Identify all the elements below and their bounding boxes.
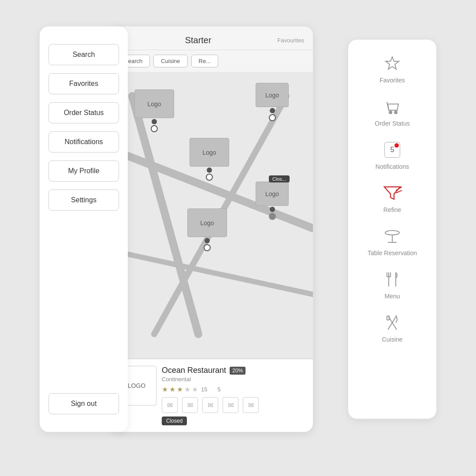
card-icon-2[interactable]: ✉	[182, 397, 198, 413]
panel-label-refine: Refine	[383, 206, 401, 213]
panel-item-menu[interactable]: Menu	[382, 269, 403, 300]
fork-knife-icon	[382, 312, 403, 333]
pin-dot-2	[270, 108, 275, 113]
restaurant-discount: 20%	[230, 367, 245, 375]
panel-item-refine[interactable]: Refine	[382, 182, 403, 213]
svg-marker-7	[384, 187, 400, 199]
star-1: ★	[162, 385, 168, 394]
map-pin-4[interactable]: Clos... Logo	[256, 175, 289, 220]
map-logo-box-5: Logo	[187, 208, 227, 237]
map-pin-1[interactable]: Logo	[134, 89, 174, 132]
panel-item-table-reservation[interactable]: Table Reservation	[368, 226, 417, 257]
phone-screen: ← Starter Favourites Search Cuisine Re..…	[110, 26, 313, 432]
cutlery-icon	[382, 269, 403, 290]
card-icon-5[interactable]: ✉	[243, 397, 259, 413]
pin-dot-3	[207, 167, 212, 173]
cart-icon	[382, 96, 403, 117]
sidebar-btn-settings[interactable]: Settings	[48, 190, 119, 211]
panel-label-table-reservation: Table Reservation	[368, 249, 417, 257]
filter-cuisine[interactable]: Cuisine	[153, 55, 187, 67]
panel-item-favorites[interactable]: Favorites	[379, 53, 405, 84]
map-pin-3[interactable]: Logo	[190, 138, 229, 181]
pin-dot-5	[205, 238, 210, 243]
restaurant-stars: ★ ★ ★ ★ ★ 15 5	[162, 385, 306, 394]
sidebar-btn-notifications[interactable]: Notifications	[48, 131, 119, 152]
sidebar: Search Favorites Order Status Notificati…	[40, 26, 128, 432]
panel-item-cuisine[interactable]: Cuisine	[382, 312, 403, 343]
panel-item-order-status[interactable]: Order Status	[375, 96, 409, 127]
sidebar-btn-sign-out[interactable]: Sign out	[48, 393, 119, 414]
card-icon-row: ✉ ✉ ✉ ✉ ✉	[162, 397, 306, 413]
bell-icon: 5	[382, 139, 403, 160]
map-logo-box-2: Logo	[256, 83, 289, 107]
map-logo-box-3: Logo	[190, 138, 229, 167]
restaurant-name: Ocean Restaurant	[162, 366, 226, 375]
card-icon-3[interactable]: ✉	[202, 397, 218, 413]
star-4: ★	[184, 385, 190, 394]
map-logo-box-4: Logo	[256, 182, 289, 206]
phone-header: ← Starter Favourites	[110, 26, 313, 50]
review-count: 15	[201, 386, 207, 393]
sidebar-nav: Search Favorites Order Status Notificati…	[48, 44, 119, 211]
map-area[interactable]: Logo Logo Logo Clos... Logo	[110, 72, 313, 359]
phone-favourites[interactable]: Favourites	[277, 37, 304, 44]
pin-circle-5	[204, 244, 211, 251]
phone-title: Starter	[119, 35, 277, 45]
extra-count: 5	[217, 386, 220, 393]
map-logo-box-1: Logo	[134, 89, 174, 118]
pin-circle-1	[151, 125, 158, 132]
panel-label-cuisine: Cuisine	[382, 336, 403, 343]
star-icon	[382, 53, 403, 74]
panel-label-order-status: Order Status	[375, 120, 409, 127]
card-info: Ocean Restaurant 20% Continental ★ ★ ★ ★…	[162, 366, 306, 425]
sidebar-btn-search[interactable]: Search	[48, 44, 119, 65]
map-pin-5[interactable]: Logo	[187, 208, 227, 251]
card-icon-4[interactable]: ✉	[223, 397, 238, 413]
right-panel: Favorites Order Status 5 No	[348, 40, 436, 419]
phone-filters: Search Cuisine Re...	[110, 50, 313, 72]
pin-dot-4	[270, 207, 275, 212]
map-pin-2[interactable]: Logo	[256, 83, 289, 121]
closed-badge: Clos...	[269, 175, 290, 182]
svg-marker-4	[386, 57, 399, 69]
svg-line-3	[110, 250, 313, 294]
restaurant-cuisine: Continental	[162, 376, 306, 383]
table-icon	[382, 226, 403, 247]
panel-label-menu: Menu	[384, 293, 400, 300]
svg-point-6	[394, 111, 397, 114]
notif-box: 5	[384, 142, 400, 158]
svg-point-10	[385, 231, 399, 235]
filter-re[interactable]: Re...	[191, 55, 218, 67]
closed-tag: Closed	[162, 416, 187, 425]
notif-count: 5	[390, 146, 394, 154]
panel-item-notifications[interactable]: 5 Notifications	[376, 139, 409, 170]
pin-circle-2	[269, 114, 276, 121]
svg-point-5	[389, 111, 392, 114]
restaurant-card[interactable]: LOGO Ocean Restaurant 20% Continental ★ …	[110, 359, 313, 432]
star-2: ★	[169, 385, 175, 394]
sidebar-btn-order-status[interactable]: Order Status	[48, 102, 119, 123]
panel-label-favorites: Favorites	[379, 77, 405, 84]
sidebar-btn-my-profile[interactable]: My Profile	[48, 160, 119, 182]
pin-dot-1	[152, 119, 157, 124]
filter-icon	[382, 182, 403, 204]
sidebar-btn-favorites[interactable]: Favorites	[48, 73, 119, 94]
card-inner: LOGO Ocean Restaurant 20% Continental ★ …	[117, 366, 306, 425]
pin-circle-3	[206, 174, 213, 181]
panel-label-notifications: Notifications	[376, 163, 409, 170]
card-icon-1[interactable]: ✉	[162, 397, 178, 413]
notif-badge-dot	[394, 143, 399, 148]
star-3: ★	[177, 385, 183, 394]
star-5: ★	[192, 385, 198, 394]
